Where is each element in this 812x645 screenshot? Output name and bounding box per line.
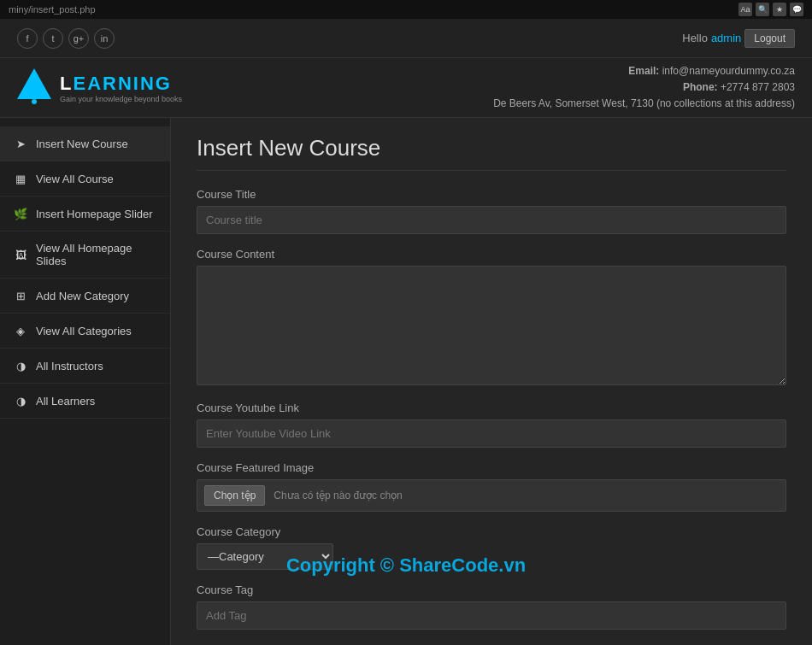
social-linkedin[interactable]: in <box>94 28 115 49</box>
sidebar-label-add-new-category: Add New Category <box>36 290 129 302</box>
top-bar-right: Aa 🔍 ★ 💬 <box>738 3 803 16</box>
course-title-input[interactable] <box>197 206 786 234</box>
choose-file-button[interactable]: Chọn tệp <box>204 485 265 506</box>
page-title: Insert New Course <box>197 135 786 171</box>
social-twitter[interactable]: t <box>43 28 63 49</box>
sidebar-item-view-all-categories[interactable]: ◈ View All Categories <box>0 314 170 349</box>
contact-info: Email: info@nameyourdummy.co.za Phone: +… <box>493 63 795 113</box>
instructors-icon: ◑ <box>14 359 27 372</box>
course-title-group: Course Title <box>197 188 786 234</box>
sidebar-item-all-learners[interactable]: ◑ All Learners <box>0 384 170 419</box>
icon-aa: Aa <box>738 3 752 16</box>
address-line: De Beers Av, Somerset West, 7130 (no col… <box>493 96 795 112</box>
youtube-label: Course Youtube Link <box>197 402 786 414</box>
phone-value: +2774 877 2803 <box>721 81 795 93</box>
sidebar-label-all-learners: All Learners <box>36 395 95 408</box>
email-line: Email: info@nameyourdummy.co.za <box>493 63 795 79</box>
hello-text: Hello <box>682 32 708 44</box>
top-icons: Aa 🔍 ★ 💬 <box>738 3 803 16</box>
view-slides-icon: 🖼 <box>14 248 27 261</box>
course-category-label: Course Category <box>197 525 786 538</box>
sidebar-item-all-instructors[interactable]: ◑ All Instructors <box>0 349 170 384</box>
no-file-text: Chưa có tệp nào được chọn <box>274 490 402 501</box>
logo-subtitle: Gain your knowledge beyond books <box>60 95 182 103</box>
view-categories-icon: ◈ <box>14 324 27 337</box>
phone-label: Phone: <box>683 81 718 93</box>
social-icons: f t g+ in <box>17 28 115 49</box>
content-area: Insert New Course Course Title Course Co… <box>171 118 812 645</box>
featured-image-group: Course Featured Image Chọn tệp Chưa có t… <box>197 461 786 512</box>
url-display: miny/insert_post.php <box>9 4 96 15</box>
course-title-label: Course Title <box>197 188 786 201</box>
course-category-select[interactable]: —Category <box>197 543 333 570</box>
sidebar-label-all-instructors: All Instructors <box>36 360 103 372</box>
email-label: Email: <box>628 65 659 77</box>
course-tag-input[interactable] <box>197 601 786 630</box>
course-content-group: Course Content <box>197 248 786 388</box>
auth-area: Hello admin Logout <box>682 29 795 48</box>
featured-image-label: Course Featured Image <box>197 461 786 474</box>
logout-button[interactable]: Logout <box>744 29 795 48</box>
course-tag-label: Course Tag <box>197 583 786 596</box>
add-category-icon: ⊞ <box>14 289 27 302</box>
sidebar-label-insert-new-course: Insert New Course <box>36 138 128 150</box>
sidebar: ➤ Insert New Course ▦ View All Course 🌿 … <box>0 118 171 645</box>
icon-chat: 💬 <box>790 3 803 16</box>
social-googleplus[interactable]: g+ <box>68 28 89 49</box>
logo-text: LEARNING Gain your knowledge beyond book… <box>60 73 182 103</box>
admin-name: admin <box>711 32 741 44</box>
file-input-row: Chọn tệp Chưa có tệp nào được chọn <box>197 479 786 512</box>
sidebar-item-insert-homepage-slider[interactable]: 🌿 Insert Homepage Slider <box>0 196 170 232</box>
course-tag-group: Course Tag <box>197 583 786 630</box>
insert-course-icon: ➤ <box>14 137 27 150</box>
view-all-course-icon: ▦ <box>14 172 27 185</box>
sidebar-item-add-new-category[interactable]: ⊞ Add New Category <box>0 279 170 314</box>
sidebar-label-view-all-slides: View All Homepage Slides <box>36 242 156 267</box>
logo-title-blue: EARNING <box>73 73 171 94</box>
brand-logo: LEARNING Gain your knowledge beyond book… <box>17 68 182 108</box>
email-value: info@nameyourdummy.co.za <box>662 65 795 77</box>
phone-line: Phone: +2774 877 2803 <box>493 79 795 96</box>
course-category-group: Course Category —Category <box>197 525 786 570</box>
brand-header: LEARNING Gain your knowledge beyond book… <box>0 58 812 118</box>
youtube-input[interactable] <box>197 419 786 448</box>
learners-icon: ◑ <box>14 394 27 408</box>
youtube-link-group: Course Youtube Link <box>197 402 786 448</box>
top-bar: miny/insert_post.php Aa 🔍 ★ 💬 <box>0 0 812 19</box>
insert-slider-icon: 🌿 <box>14 207 27 220</box>
course-content-label: Course Content <box>197 248 786 261</box>
sidebar-item-view-all-course[interactable]: ▦ View All Course <box>0 161 170 196</box>
sidebar-item-view-all-slides[interactable]: 🖼 View All Homepage Slides <box>0 232 170 279</box>
social-facebook[interactable]: f <box>17 28 38 49</box>
course-content-textarea[interactable] <box>197 266 786 385</box>
sidebar-item-insert-new-course[interactable]: ➤ Insert New Course <box>0 126 170 161</box>
sidebar-label-view-all-categories: View All Categories <box>36 325 132 337</box>
logo-title: LEARNING <box>60 73 182 95</box>
icon-search: 🔍 <box>756 3 769 16</box>
sidebar-label-insert-homepage-slider: Insert Homepage Slider <box>36 208 153 220</box>
sidebar-label-view-all-course: View All Course <box>36 173 114 185</box>
main-layout: ➤ Insert New Course ▦ View All Course 🌿 … <box>0 118 812 645</box>
social-auth-bar: f t g+ in Hello admin Logout <box>0 19 812 58</box>
icon-star: ★ <box>773 3 786 16</box>
